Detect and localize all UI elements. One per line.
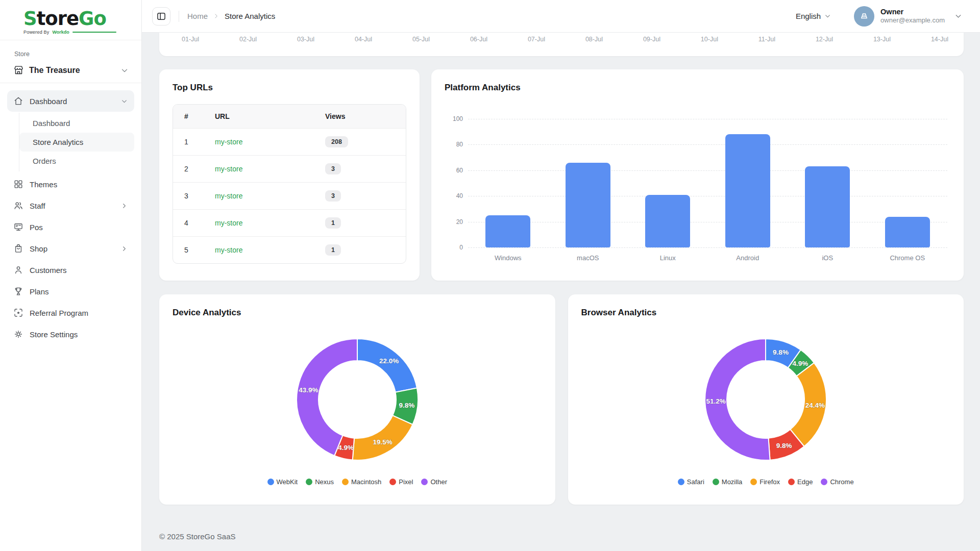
chevron-right-icon — [120, 202, 128, 210]
donut-slice-label: 4.9% — [338, 444, 354, 452]
legend-item-nexus[interactable]: Nexus — [306, 478, 334, 486]
language-dropdown[interactable]: English — [796, 12, 831, 20]
store-selector[interactable]: The Treasure — [0, 60, 141, 83]
user-email: owner@example.com — [880, 16, 945, 24]
legend-item-firefox[interactable]: Firefox — [750, 478, 780, 486]
url-link[interactable]: my-store — [215, 165, 242, 173]
logo-text-dark: tore — [37, 8, 79, 30]
url-link[interactable]: my-store — [215, 138, 242, 146]
gridline — [468, 144, 947, 145]
chevron-down-icon — [824, 12, 831, 20]
legend-label: Edge — [797, 478, 813, 486]
legend-item-webkit[interactable]: WebKit — [267, 478, 298, 486]
url-link[interactable]: my-store — [215, 246, 242, 254]
storefront-icon — [13, 65, 24, 76]
legend-color-dot — [342, 479, 349, 485]
user-name: Owner — [880, 7, 945, 16]
table-row: 3 my-store 3 — [173, 182, 406, 209]
legend-item-pixel[interactable]: Pixel — [389, 478, 413, 486]
sidebar-item-pos[interactable]: Pos — [7, 216, 134, 238]
x-axis-category-label: iOS — [788, 254, 868, 262]
legend-label: Firefox — [760, 478, 780, 486]
x-axis-category-label: Linux — [628, 254, 708, 262]
bar-windows — [485, 215, 530, 247]
bar-chrome-os — [885, 217, 930, 247]
column-header-rank: # — [173, 105, 215, 128]
sidebar-toggle-button[interactable] — [152, 7, 170, 26]
header-divider — [179, 11, 179, 22]
x-axis-date-label: 12-Jul — [816, 36, 833, 43]
x-axis-date-label: 14-Jul — [931, 36, 948, 43]
top-urls-table: # URL Views 1 my-store 208 2 my-store 3 … — [173, 104, 406, 264]
gridline — [468, 222, 947, 222]
sidebar-item-themes[interactable]: Themes — [7, 173, 134, 195]
legend-label: WebKit — [277, 478, 298, 486]
sidebar: StoreGo Powered By Workdo Store The Trea… — [0, 0, 142, 551]
sidebar-item-store-settings[interactable]: Store Settings — [7, 323, 134, 345]
legend-color-dot — [421, 479, 428, 485]
sidebar-subitem-orders[interactable]: Orders — [19, 152, 134, 170]
sidebar-item-customers[interactable]: Customers — [7, 259, 134, 281]
browser-analytics-title: Browser Analytics — [581, 308, 951, 318]
donut-slice-label: 24.4% — [805, 402, 825, 409]
legend-item-mozilla[interactable]: Mozilla — [713, 478, 742, 486]
y-axis-tick-label: 100 — [445, 115, 463, 122]
donut-svg: 22.0%9.8%19.5%4.9%43.9% — [293, 335, 422, 464]
donut-svg: 9.8%4.9%24.4%9.8%51.2% — [701, 335, 830, 464]
breadcrumb: Home Store Analytics — [187, 12, 275, 20]
sidebar-item-label: Shop — [30, 244, 114, 253]
platform-bar-chart: 020406080100WindowsmacOSLinuxAndroidiOSC… — [445, 100, 950, 261]
legend-color-dot — [389, 479, 396, 485]
legend-color-dot — [821, 479, 827, 485]
sidebar-subitem-dashboard[interactable]: Dashboard — [19, 114, 134, 133]
y-axis-tick-label: 0 — [445, 244, 463, 251]
sidebar-item-shop[interactable]: Shop — [7, 238, 134, 259]
sidebar-subitem-store-analytics[interactable]: Store Analytics — [19, 133, 134, 152]
trophy-icon — [13, 286, 23, 296]
views-badge: 208 — [325, 136, 348, 147]
legend-item-other[interactable]: Other — [421, 478, 447, 486]
x-axis-date-label: 11-Jul — [758, 36, 775, 43]
views-badge: 1 — [325, 244, 341, 256]
sidebar-item-referral-program[interactable]: Referral Program — [7, 302, 134, 323]
breadcrumb-home-link[interactable]: Home — [187, 12, 208, 20]
legend-item-safari[interactable]: Safari — [678, 478, 704, 486]
url-link[interactable]: my-store — [215, 192, 242, 200]
sidebar-item-label: Plans — [30, 287, 128, 296]
x-axis-category-label: Chrome OS — [868, 254, 948, 262]
legend-item-chrome[interactable]: Chrome — [821, 478, 853, 486]
y-axis-tick-label: 20 — [445, 218, 463, 226]
bar-ios — [805, 166, 850, 247]
bar-macos — [566, 163, 610, 247]
donut-slice-label: 9.8% — [776, 442, 792, 449]
sidebar-item-plans[interactable]: Plans — [7, 281, 134, 302]
sidebar-item-label: Staff — [30, 202, 114, 210]
top-urls-title: Top URLs — [173, 83, 406, 93]
legend-label: Safari — [687, 478, 704, 486]
device-chart-legend: WebKit Nexus Macintosh Pixel Other — [173, 478, 542, 486]
sidebar-item-label: Dashboard — [30, 97, 114, 106]
legend-item-macintosh[interactable]: Macintosh — [342, 478, 381, 486]
legend-label: Nexus — [315, 478, 334, 486]
donut-slice-label: 9.8% — [399, 402, 414, 409]
chart-x-axis-dates: 01-Jul02-Jul03-Jul04-Jul05-Jul06-Jul07-J… — [159, 33, 964, 43]
views-badge: 1 — [325, 217, 341, 229]
legend-color-dot — [788, 479, 795, 485]
browser-donut-chart: 9.8%4.9%24.4%9.8%51.2% — [581, 335, 951, 464]
gridline — [468, 119, 947, 119]
legend-item-edge[interactable]: Edge — [788, 478, 813, 486]
sidebar-item-staff[interactable]: Staff — [7, 195, 134, 216]
table-row: 1 my-store 208 — [173, 128, 406, 155]
users-icon — [13, 201, 23, 211]
rank-cell: 2 — [173, 157, 215, 181]
legend-label: Macintosh — [351, 478, 381, 486]
url-link[interactable]: my-store — [215, 219, 242, 227]
column-header-url: URL — [215, 105, 325, 128]
breadcrumb-current: Store Analytics — [225, 12, 275, 20]
donut-slice-label: 19.5% — [373, 438, 392, 446]
legend-label: Chrome — [830, 478, 853, 486]
sidebar-item-label: Pos — [30, 223, 128, 232]
sidebar-item-dashboard[interactable]: Dashboard — [7, 90, 134, 112]
user-menu[interactable]: Owner owner@example.com — [854, 6, 963, 27]
x-axis-date-label: 06-Jul — [470, 36, 487, 43]
